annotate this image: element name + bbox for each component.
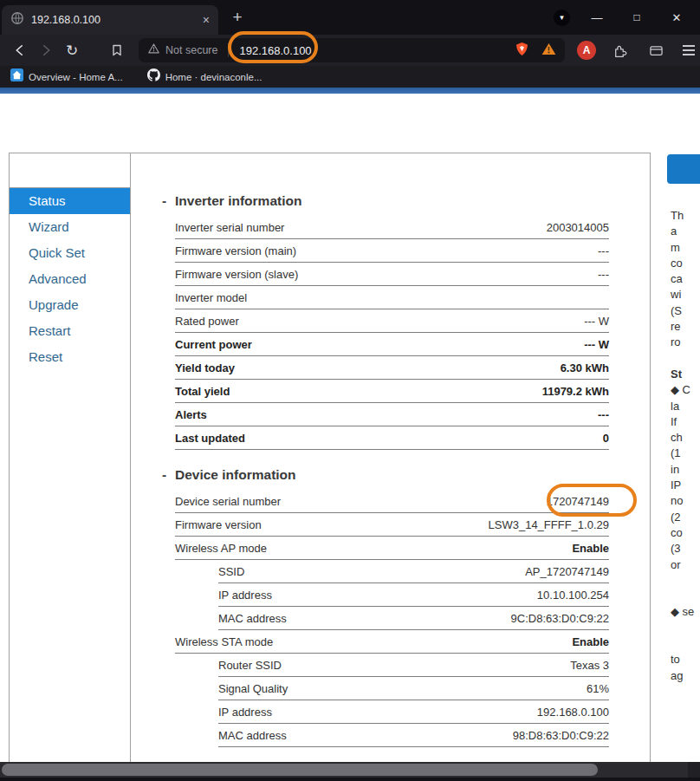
help-line <box>671 636 700 652</box>
wallet-card-icon[interactable] <box>643 37 669 63</box>
bookmark-github[interactable]: Home · devinaconle... <box>147 68 262 85</box>
window-bottom-edge <box>0 778 700 781</box>
row-value: 0 <box>603 432 609 445</box>
sidebar-item-advanced[interactable]: Advanced <box>10 266 130 292</box>
sidebar-item-restart[interactable]: Restart <box>10 318 130 344</box>
sidebar-item-reset[interactable]: Reset <box>10 344 130 370</box>
row-label: SSID <box>218 565 244 578</box>
section-heading-inverter: - Inverter information <box>175 192 651 211</box>
not-secure-warning-icon <box>147 42 160 58</box>
help-line: to <box>671 652 700 667</box>
row-label: Current power <box>175 338 252 351</box>
help-line: ◆ C <box>671 382 700 398</box>
help-line <box>671 621 700 636</box>
close-window-button[interactable]: ✕ <box>657 0 697 35</box>
row-value: --- <box>598 244 609 257</box>
row-value: LSW3_14_FFFF_1.0.29 <box>489 518 609 531</box>
help-line: in <box>671 462 700 478</box>
page-header-strip <box>0 88 700 94</box>
help-line <box>671 589 700 604</box>
section-bullet: - <box>162 465 166 485</box>
row-label: Yield today <box>175 361 235 374</box>
reload-icon[interactable]: ↻ <box>59 37 85 63</box>
orange-warning-triangle-icon[interactable] <box>541 42 556 59</box>
horizontal-scrollbar[interactable] <box>0 762 688 778</box>
row-label: IP address <box>218 589 272 602</box>
brave-shield-icon[interactable] <box>515 42 529 60</box>
info-row: Device serial number1720747149 <box>175 490 609 513</box>
info-row: Inverter serial number2003014005 <box>175 216 609 239</box>
help-line: wi <box>671 287 700 303</box>
sidebar-item-wizard[interactable]: Wizard <box>10 214 130 240</box>
bookmark-home-assistant[interactable]: Overview - Home A... <box>10 68 123 85</box>
row-value: 2003014005 <box>547 221 609 234</box>
bookmarks-bar: Overview - Home A... Home · devinaconle.… <box>0 66 700 88</box>
nav-right-cluster: A <box>577 37 698 63</box>
address-divider <box>228 43 229 57</box>
extensions-puzzle-icon[interactable] <box>606 37 632 63</box>
site-favicon-icon <box>10 11 24 29</box>
info-row: Rated power--- W <box>175 309 609 333</box>
info-row: IP address10.10.100.254 <box>218 583 609 607</box>
row-value: 11979.2 kWh <box>542 385 609 398</box>
sidebar-menu: StatusWizardQuick SetAdvancedUpgradeRest… <box>10 188 130 370</box>
row-value: 6.30 kWh <box>561 361 609 374</box>
help-line: IP <box>671 478 700 493</box>
tab-title: 192.168.0.100 <box>31 14 196 26</box>
bookmark-label: Home · devinaconle... <box>165 72 262 82</box>
new-tab-button[interactable]: + <box>227 7 248 28</box>
info-row: MAC address9C:D8:63:D0:C9:22 <box>218 607 609 630</box>
help-line: a <box>671 224 700 239</box>
help-line: If <box>671 414 700 430</box>
help-panel-text: Thamcocawi(SreroSt◆ ClaIfch(1inIPno(2co(… <box>671 208 700 684</box>
row-label: MAC address <box>218 612 287 625</box>
scrollbar-corner <box>688 762 700 778</box>
info-row: Firmware version (main)--- <box>175 239 609 263</box>
browser-window: 192.168.0.100 × + ▾ — □ ✕ ↻ Not secure 1… <box>0 0 700 781</box>
section-rows-1: Device serial number1720747149Firmware v… <box>132 490 651 747</box>
row-value: 9C:D8:63:D0:C9:22 <box>511 612 609 625</box>
row-value: 98:D8:63:D0:C9:22 <box>513 729 609 742</box>
back-icon[interactable] <box>7 37 33 63</box>
row-label: MAC address <box>218 729 287 742</box>
help-line: (3 <box>671 541 700 556</box>
row-label: Firmware version (slave) <box>175 268 298 281</box>
info-row: Last updated0 <box>175 426 609 450</box>
address-bar[interactable]: Not secure 192.168.0.100 <box>139 38 565 62</box>
info-row: Firmware versionLSW3_14_FFFF_1.0.29 <box>175 513 609 537</box>
row-value: Enable <box>572 542 609 555</box>
url-text[interactable]: 192.168.0.100 <box>239 44 515 57</box>
help-line: (1 <box>671 446 700 461</box>
github-icon <box>147 68 160 85</box>
bookmark-flag-icon[interactable] <box>104 37 130 63</box>
row-value: 61% <box>587 682 609 695</box>
row-label: Firmware version <box>175 518 262 531</box>
forward-icon[interactable] <box>33 37 59 63</box>
horizontal-scrollbar-thumb[interactable] <box>2 764 598 776</box>
help-line: ag <box>671 668 700 684</box>
row-label: Last updated <box>175 432 245 445</box>
menu-hamburger-icon[interactable] <box>679 42 698 59</box>
profile-avatar[interactable]: A <box>577 41 596 60</box>
row-label: Router SSID <box>218 659 282 672</box>
help-line: ro <box>671 335 700 350</box>
maximize-button[interactable]: □ <box>617 0 657 35</box>
browser-tab[interactable]: 192.168.0.100 × <box>2 5 218 35</box>
row-label: Total yield <box>175 385 230 398</box>
sidebar-item-upgrade[interactable]: Upgrade <box>10 292 130 318</box>
help-line: St <box>671 367 700 382</box>
info-row: Current power--- W <box>175 333 609 356</box>
help-line: Th <box>671 208 700 224</box>
help-line: or <box>671 557 700 573</box>
sidebar-item-quick-set[interactable]: Quick Set <box>10 240 130 266</box>
tab-search-icon[interactable]: ▾ <box>554 10 570 26</box>
info-row: SSIDAP_1720747149 <box>218 560 609 583</box>
section-rows-0: Inverter serial number2003014005Firmware… <box>132 216 651 450</box>
sidebar-item-status[interactable]: Status <box>10 188 130 214</box>
help-line: (2 <box>671 510 700 525</box>
help-line: re <box>671 319 700 335</box>
tab-close-icon[interactable]: × <box>203 13 210 27</box>
info-row: Firmware version (slave)--- <box>175 263 609 286</box>
content-panel: StatusWizardQuick SetAdvancedUpgradeRest… <box>9 153 651 781</box>
minimize-button[interactable]: — <box>577 0 617 35</box>
